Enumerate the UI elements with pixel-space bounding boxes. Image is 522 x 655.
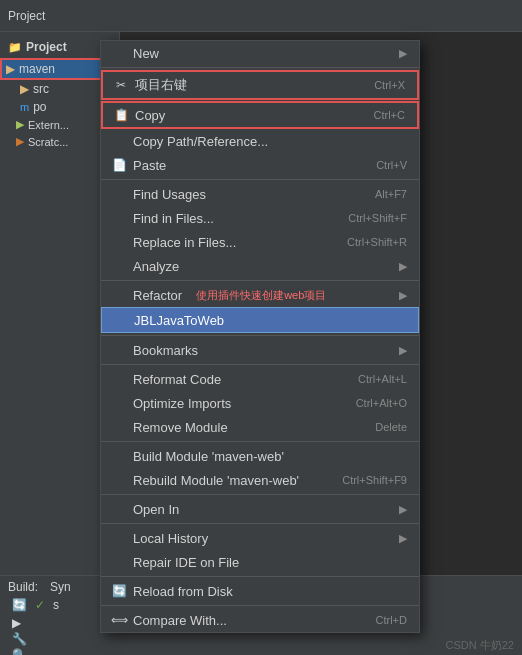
menu-label-compare: Compare With... xyxy=(133,613,227,628)
reload-icon: 🔄 xyxy=(111,583,127,599)
menu-item-refactor-left: Refactor 使用插件快速创建web项目 xyxy=(111,287,326,303)
reformat-icon xyxy=(111,371,127,387)
menu-item-find-files[interactable]: Find in Files... Ctrl+Shift+F xyxy=(101,206,419,230)
separator-4 xyxy=(101,335,419,336)
menu-item-bookmarks-left: Bookmarks xyxy=(111,342,198,358)
menu-label-remove-module: Remove Module xyxy=(133,420,228,435)
menu-item-compare-left: ⟺ Compare With... xyxy=(111,612,227,628)
menu-item-reformat-left: Reformat Code xyxy=(111,371,221,387)
separator-7 xyxy=(101,494,419,495)
compare-icon: ⟺ xyxy=(111,612,127,628)
menu-item-local-history-left: Local History xyxy=(111,530,208,546)
menu-label-cut: 项目右键 xyxy=(135,76,187,94)
separator-1 xyxy=(101,67,419,68)
open-in-icon xyxy=(111,501,127,517)
separator-5 xyxy=(101,364,419,365)
menu-label-bookmarks: Bookmarks xyxy=(133,343,198,358)
wrench-icon: 🔧 xyxy=(12,632,514,646)
menu-label-new: New xyxy=(133,46,159,61)
check-label: s xyxy=(53,598,59,612)
menu-item-paste[interactable]: 📄 Paste Ctrl+V xyxy=(101,153,419,177)
menu-item-local-history[interactable]: Local History ▶ xyxy=(101,526,419,550)
menu-item-reload[interactable]: 🔄 Reload from Disk xyxy=(101,579,419,603)
find-usages-icon xyxy=(111,186,127,202)
compare-shortcut: Ctrl+D xyxy=(376,614,407,626)
find-files-shortcut: Ctrl+Shift+F xyxy=(348,212,407,224)
rebuild-module-shortcut: Ctrl+Shift+F9 xyxy=(342,474,407,486)
icon-scratch: ▶ xyxy=(16,135,24,148)
context-menu: New ▶ ✂ 项目右键 Ctrl+X 📋 Copy Ctrl+C Copy P… xyxy=(100,40,420,633)
copy-shortcut: Ctrl+C xyxy=(374,109,405,121)
watermark: CSDN 牛奶22 xyxy=(446,638,514,653)
menu-item-analyze[interactable]: Analyze ▶ xyxy=(101,254,419,278)
menu-label-copy-path: Copy Path/Reference... xyxy=(133,134,268,149)
ide-top-bar: Project xyxy=(0,0,522,32)
bookmarks-arrow: ▶ xyxy=(399,344,407,357)
sync-icon: 🔄 xyxy=(12,598,27,612)
menu-label-refactor: Refactor xyxy=(133,288,182,303)
menu-label-reformat: Reformat Code xyxy=(133,372,221,387)
project-label: Project xyxy=(8,9,45,23)
menu-item-find-usages[interactable]: Find Usages Alt+F7 xyxy=(101,182,419,206)
menu-label-repair-ide: Repair IDE on File xyxy=(133,555,239,570)
sidebar-label-po: po xyxy=(33,100,46,114)
optimize-shortcut: Ctrl+Alt+O xyxy=(356,397,407,409)
menu-item-repair-ide[interactable]: Repair IDE on File xyxy=(101,550,419,574)
menu-label-paste: Paste xyxy=(133,158,166,173)
menu-item-jbl[interactable]: JBLJavaToWeb xyxy=(101,307,419,333)
menu-item-compare[interactable]: ⟺ Compare With... Ctrl+D xyxy=(101,608,419,632)
new-icon xyxy=(111,45,127,61)
sidebar-title-text: Project xyxy=(26,40,67,54)
icon-extern: ▶ xyxy=(16,118,24,131)
menu-item-optimize-left: Optimize Imports xyxy=(111,395,231,411)
sidebar-title: 📁 xyxy=(8,41,22,54)
remove-module-shortcut: Delete xyxy=(375,421,407,433)
menu-item-copy[interactable]: 📋 Copy Ctrl+C xyxy=(101,101,419,129)
folder-icon-maven: ▶ xyxy=(6,62,15,76)
menu-item-replace-files[interactable]: Replace in Files... Ctrl+Shift+R xyxy=(101,230,419,254)
paste-shortcut: Ctrl+V xyxy=(376,159,407,171)
menu-item-bookmarks[interactable]: Bookmarks ▶ xyxy=(101,338,419,362)
menu-item-build-module-left: Build Module 'maven-web' xyxy=(111,448,284,464)
copy-icon: 📋 xyxy=(113,107,129,123)
separator-10 xyxy=(101,605,419,606)
menu-item-analyze-left: Analyze xyxy=(111,258,179,274)
menu-item-reformat[interactable]: Reformat Code Ctrl+Alt+L xyxy=(101,367,419,391)
sidebar-label-extern: Extern... xyxy=(28,119,69,131)
analyze-arrow: ▶ xyxy=(399,260,407,273)
menu-item-new[interactable]: New ▶ xyxy=(101,41,419,65)
menu-label-rebuild-module: Rebuild Module 'maven-web' xyxy=(133,473,299,488)
sidebar-label-maven: maven xyxy=(19,62,55,76)
menu-item-replace-files-left: Replace in Files... xyxy=(111,234,236,250)
menu-item-cut[interactable]: ✂ 项目右键 Ctrl+X xyxy=(101,70,419,100)
rebuild-module-icon xyxy=(111,472,127,488)
menu-item-copy-path-left: Copy Path/Reference... xyxy=(111,133,268,149)
menu-item-refactor[interactable]: Refactor 使用插件快速创建web项目 ▶ xyxy=(101,283,419,307)
local-history-arrow: ▶ xyxy=(399,532,407,545)
menu-item-paste-left: 📄 Paste xyxy=(111,157,166,173)
menu-item-copy-left: 📋 Copy xyxy=(113,107,165,123)
menu-item-find-files-left: Find in Files... xyxy=(111,210,214,226)
menu-item-jbl-left: JBLJavaToWeb xyxy=(112,312,224,328)
menu-item-rebuild-module[interactable]: Rebuild Module 'maven-web' Ctrl+Shift+F9 xyxy=(101,468,419,492)
menu-item-remove-module[interactable]: Remove Module Delete xyxy=(101,415,419,439)
menu-label-optimize: Optimize Imports xyxy=(133,396,231,411)
replace-files-icon xyxy=(111,234,127,250)
menu-item-open-in[interactable]: Open In ▶ xyxy=(101,497,419,521)
open-in-arrow: ▶ xyxy=(399,503,407,516)
menu-label-replace-files: Replace in Files... xyxy=(133,235,236,250)
refactor-icon xyxy=(111,287,127,303)
menu-item-copy-path[interactable]: Copy Path/Reference... xyxy=(101,129,419,153)
sync-label: Syn xyxy=(50,580,71,594)
menu-item-new-left: New xyxy=(111,45,159,61)
folder-icon-src: ▶ xyxy=(20,82,29,96)
search-bottom-icon: 🔍 xyxy=(12,648,514,655)
menu-label-jbl: JBLJavaToWeb xyxy=(134,313,224,328)
menu-item-build-module[interactable]: Build Module 'maven-web' xyxy=(101,444,419,468)
menu-item-optimize[interactable]: Optimize Imports Ctrl+Alt+O xyxy=(101,391,419,415)
separator-2 xyxy=(101,179,419,180)
reformat-shortcut: Ctrl+Alt+L xyxy=(358,373,407,385)
separator-3 xyxy=(101,280,419,281)
menu-item-repair-ide-left: Repair IDE on File xyxy=(111,554,239,570)
check-icon: ✓ xyxy=(35,598,45,612)
